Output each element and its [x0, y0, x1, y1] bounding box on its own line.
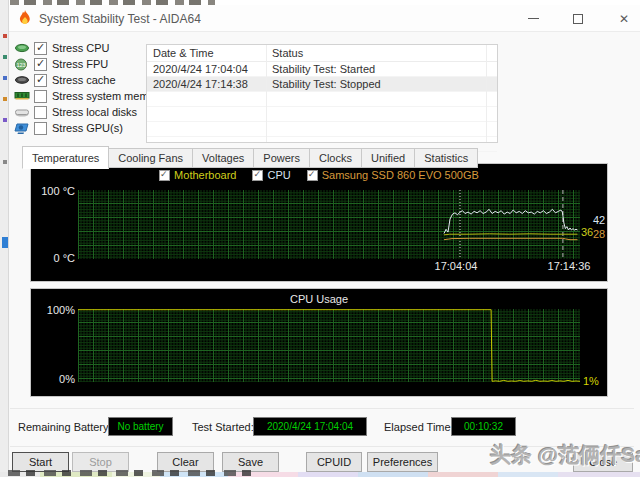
- legend-ssd-label: Samsung SSD 860 EVO 500GB: [322, 169, 479, 181]
- tab-temperatures[interactable]: Temperatures: [22, 146, 109, 169]
- log-datetime: 2020/4/24 17:04:04: [147, 63, 266, 75]
- log-row-empty: [147, 92, 497, 107]
- tab-unified[interactable]: Unified: [362, 148, 415, 168]
- stress-disks-label: Stress local disks: [52, 106, 137, 118]
- log-status: Stability Test: Started: [266, 63, 497, 75]
- temperature-legend: Motherboard CPU Samsung SSD 860 EVO 500G…: [31, 169, 607, 181]
- memory-icon: [14, 90, 34, 103]
- elapsed-time-label: Elapsed Time:: [384, 421, 454, 433]
- title-bar: System Stability Test - AIDA64 ✕: [9, 5, 640, 32]
- temperature-chart: [78, 190, 580, 259]
- stress-gpu-checkbox[interactable]: [34, 122, 47, 135]
- background-speck: [3, 97, 7, 101]
- legend-motherboard[interactable]: Motherboard: [159, 169, 236, 181]
- legend-motherboard-checkbox[interactable]: [159, 170, 170, 181]
- stress-cpu-checkbox[interactable]: [34, 42, 47, 55]
- maximize-button[interactable]: [561, 5, 595, 32]
- test-started-value: 2020/4/24 17:04:04: [253, 417, 367, 436]
- stop-button[interactable]: Stop: [72, 452, 129, 472]
- close-icon: ✕: [619, 13, 629, 25]
- background-blue-fragment: [2, 237, 8, 248]
- legend-motherboard-label: Motherboard: [174, 169, 236, 181]
- column-header-status[interactable]: Status: [266, 47, 497, 59]
- graph-tab-strip: Temperatures Cooling Fans Voltages Power…: [22, 146, 478, 168]
- log-table: Date & Time Status 2020/4/24 17:04:04 St…: [146, 44, 498, 143]
- background-speck: [3, 160, 7, 164]
- window-title: System Stability Test - AIDA64: [39, 12, 201, 26]
- legend-ssd-checkbox[interactable]: [307, 170, 318, 181]
- temp-axis-min-label: 0 °C: [35, 252, 75, 264]
- column-header-datetime[interactable]: Date & Time: [147, 47, 266, 59]
- cache-icon: [14, 74, 34, 87]
- background-speck: [3, 34, 7, 38]
- gpu-icon: [14, 122, 34, 135]
- cpu-usage-title: CPU Usage: [31, 293, 607, 305]
- elapsed-time-value: 00:10:32: [451, 417, 516, 436]
- legend-cpu-label: CPU: [267, 169, 290, 181]
- toutiao-watermark: 头条 @范俩仟Sam: [490, 441, 640, 469]
- tab-statistics[interactable]: Statistics: [415, 148, 478, 168]
- ssd-temp-value: 28: [593, 228, 605, 240]
- save-button[interactable]: Save: [222, 452, 279, 472]
- stress-option-fpu[interactable]: 123 Stress FPU: [14, 56, 164, 72]
- svg-text:123: 123: [16, 61, 25, 67]
- background-speck: [3, 55, 7, 59]
- remaining-battery-label: Remaining Battery:: [18, 421, 112, 433]
- stress-options-list: Stress CPU 123 Stress FPU Stress cache S…: [14, 40, 164, 136]
- stress-option-memory[interactable]: Stress system memory: [14, 88, 164, 104]
- start-button[interactable]: Start: [12, 452, 69, 472]
- log-status: Stability Test: Stopped: [266, 78, 497, 90]
- background-window-sliver: [0, 0, 9, 477]
- cpu-usage-chart-panel: CPU Usage 100% 0% 1%: [30, 288, 608, 397]
- legend-cpu-checkbox[interactable]: [252, 170, 263, 181]
- maximize-icon: [573, 14, 583, 24]
- cpu-icon: [14, 42, 34, 55]
- stress-option-gpu[interactable]: Stress GPU(s): [14, 120, 164, 136]
- cpu-usage-chart: [78, 309, 580, 382]
- aida64-flame-icon: [18, 10, 32, 27]
- table-column-divider: [266, 45, 267, 142]
- fpu-icon: 123: [14, 58, 34, 71]
- legend-ssd[interactable]: Samsung SSD 860 EVO 500GB: [307, 169, 479, 181]
- minimize-icon: [528, 18, 539, 19]
- stress-option-cpu[interactable]: Stress CPU: [14, 40, 164, 56]
- log-row-empty: [147, 107, 497, 122]
- stress-option-disks[interactable]: Stress local disks: [14, 104, 164, 120]
- background-speck: [3, 76, 7, 80]
- disk-icon: [14, 106, 34, 119]
- preferences-button[interactable]: Preferences: [367, 452, 438, 472]
- minimize-button[interactable]: [516, 5, 550, 32]
- log-row-started[interactable]: 2020/4/24 17:04:04 Stability Test: Start…: [147, 62, 497, 77]
- clipped-background-text: [8, 470, 258, 476]
- stress-fpu-label: Stress FPU: [52, 58, 108, 70]
- separator: [10, 408, 634, 409]
- stress-gpu-label: Stress GPU(s): [52, 122, 123, 134]
- stress-option-cache[interactable]: Stress cache: [14, 72, 164, 88]
- log-datetime: 2020/4/24 17:14:38: [147, 78, 266, 90]
- table-scroll-gutter: [486, 45, 487, 142]
- close-window-button[interactable]: ✕: [607, 5, 640, 32]
- stress-fpu-checkbox[interactable]: [34, 58, 47, 71]
- cpuid-button[interactable]: CPUID: [306, 452, 362, 472]
- log-row-empty: [147, 122, 497, 137]
- stress-memory-checkbox[interactable]: [34, 90, 47, 103]
- background-speck: [3, 118, 7, 122]
- stress-cpu-label: Stress CPU: [52, 42, 109, 54]
- remaining-battery-value: No battery: [108, 417, 173, 436]
- clear-button[interactable]: Clear: [157, 452, 214, 472]
- cpu-temp-value: 42: [593, 214, 605, 226]
- tab-clocks[interactable]: Clocks: [310, 148, 362, 168]
- temp-xtick-start: 17:04:04: [416, 260, 496, 272]
- tab-voltages[interactable]: Voltages: [193, 148, 254, 168]
- stress-cache-checkbox[interactable]: [34, 74, 47, 87]
- legend-cpu[interactable]: CPU: [252, 169, 290, 181]
- cpu-usage-min-label: 0%: [35, 373, 75, 385]
- tab-powers[interactable]: Powers: [254, 148, 310, 168]
- temp-axis-max-label: 100 °C: [35, 185, 75, 197]
- stress-disks-checkbox[interactable]: [34, 106, 47, 119]
- stress-cache-label: Stress cache: [52, 74, 116, 86]
- tab-cooling-fans[interactable]: Cooling Fans: [109, 148, 193, 168]
- log-row-stopped[interactable]: 2020/4/24 17:14:38 Stability Test: Stopp…: [147, 77, 497, 92]
- cpu-usage-max-label: 100%: [35, 304, 75, 316]
- test-started-label: Test Started:: [192, 421, 254, 433]
